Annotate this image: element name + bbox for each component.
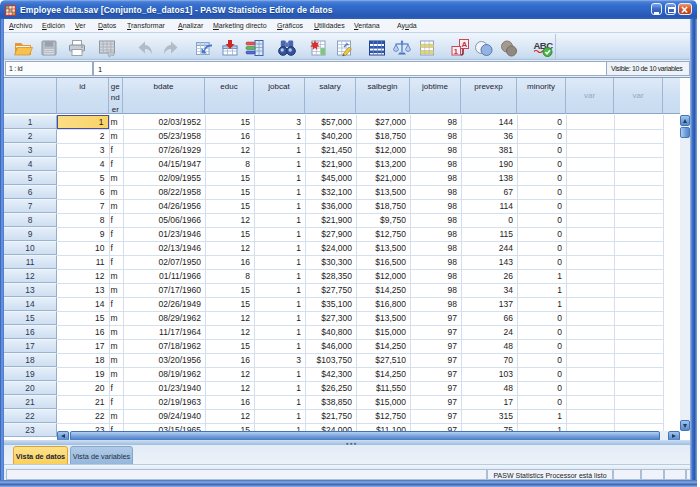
svg-text:1: 1 [454,47,458,56]
svg-text:A: A [462,40,468,49]
